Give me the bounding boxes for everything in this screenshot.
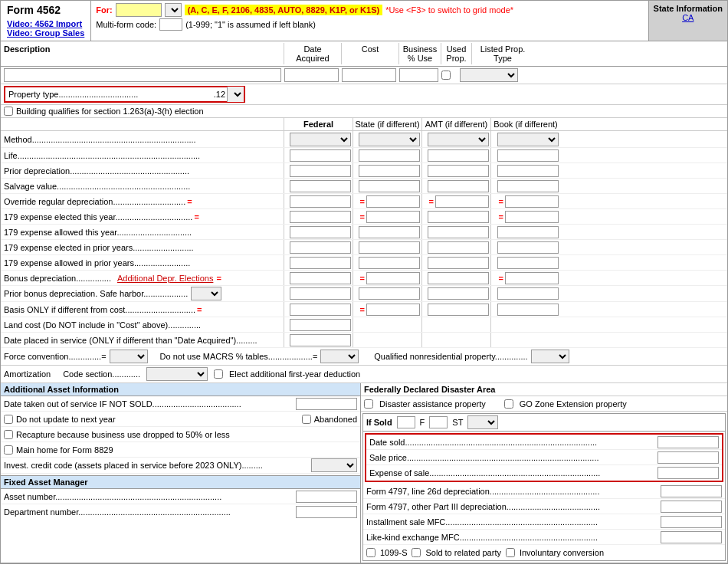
- date-sold-input[interactable]: [657, 436, 719, 448]
- 179-prior-state-input[interactable]: [359, 241, 420, 254]
- 179-allowed-federal-input[interactable]: [290, 226, 351, 238]
- for-input[interactable]: [116, 3, 162, 17]
- no-macrs-dropdown[interactable]: [320, 350, 359, 363]
- additional-depr-link[interactable]: Additional Depr. Elections: [117, 274, 213, 283]
- prior-bonus-dropdown[interactable]: [191, 287, 221, 300]
- method-amt-dropdown[interactable]: [428, 133, 489, 146]
- prior-depr-state-input[interactable]: [359, 165, 420, 177]
- salvage-book-input[interactable]: [497, 180, 559, 192]
- disaster-assistance-checkbox[interactable]: [364, 399, 373, 409]
- 179-elected-federal-input[interactable]: [290, 211, 351, 223]
- salvage-amt-input[interactable]: [428, 180, 489, 192]
- 179-elected-state-input[interactable]: [366, 211, 420, 223]
- override-book-input[interactable]: [505, 195, 559, 208]
- listed-prop-dropdown[interactable]: [460, 68, 518, 82]
- 179-allowed-prior-row: 179 expense allowed in prior years......…: [1, 255, 727, 271]
- if-sold-dropdown[interactable]: [467, 415, 498, 429]
- 179-allowed-prior-book-input[interactable]: [497, 257, 559, 269]
- cost-input[interactable]: [342, 68, 396, 82]
- prior-bonus-book-input[interactable]: [497, 287, 559, 300]
- bonus-amt-input[interactable]: [428, 272, 489, 284]
- 179-allowed-amt-input[interactable]: [428, 226, 489, 238]
- prior-depr-federal-input[interactable]: [290, 165, 351, 177]
- main-home-row: Main home for Form 8829: [1, 442, 360, 458]
- qualified-nonres-label: Qualified nonresidential property.......…: [374, 352, 527, 361]
- if-sold-f-input[interactable]: [397, 416, 415, 428]
- business-use-input[interactable]: [399, 68, 438, 82]
- method-federal-dropdown[interactable]: [290, 133, 351, 146]
- prior-bonus-state-input[interactable]: [359, 287, 420, 300]
- method-state-dropdown[interactable]: [359, 133, 420, 146]
- form4797-part3-label: Form 4797, other Part III depreciation..…: [366, 502, 661, 511]
- 179-allowed-state-input[interactable]: [359, 226, 420, 238]
- checkbox-sold-related[interactable]: [412, 548, 421, 557]
- department-input[interactable]: [296, 506, 357, 518]
- life-federal-input[interactable]: [290, 149, 351, 162]
- prior-bonus-federal-input[interactable]: [290, 287, 351, 300]
- 179-allowed-prior-amt-input[interactable]: [428, 257, 489, 269]
- life-state-input[interactable]: [359, 149, 420, 162]
- checkbox-1099s[interactable]: [366, 548, 375, 557]
- code-section-dropdown[interactable]: [146, 367, 208, 381]
- override-federal-input[interactable]: [290, 195, 351, 208]
- basis-federal-input[interactable]: [290, 304, 351, 316]
- force-conv-dropdown[interactable]: [110, 350, 148, 363]
- override-amt-input[interactable]: [435, 195, 489, 208]
- checkbox-involuntary[interactable]: [506, 548, 515, 557]
- basis-amt-input[interactable]: [428, 304, 489, 316]
- 179-prior-federal-input[interactable]: [290, 241, 351, 254]
- description-input[interactable]: [4, 68, 281, 82]
- installment-sale-input[interactable]: [661, 516, 722, 528]
- 179-allowed-book-input[interactable]: [497, 226, 559, 238]
- bonus-book-input[interactable]: [505, 272, 559, 284]
- link-group-sales[interactable]: Video: Group Sales: [7, 28, 84, 38]
- salvage-state-input[interactable]: [359, 180, 420, 192]
- like-kind-input[interactable]: [661, 531, 722, 543]
- date-taken-input[interactable]: [296, 398, 357, 410]
- main-home-checkbox[interactable]: [4, 445, 13, 455]
- form4797-26d-input[interactable]: [661, 485, 722, 497]
- sale-price-input[interactable]: [657, 451, 719, 464]
- life-amt-input[interactable]: [428, 149, 489, 162]
- method-book-dropdown[interactable]: [497, 133, 559, 146]
- link-4562-import[interactable]: Video: 4562 Import: [7, 19, 84, 28]
- date-acquired-input[interactable]: [284, 68, 339, 82]
- 179-allowed-prior-state-input[interactable]: [359, 257, 420, 269]
- land-cost-federal-input[interactable]: [290, 319, 351, 331]
- if-sold-f-label: F: [420, 418, 425, 427]
- recapture-checkbox[interactable]: [4, 430, 13, 439]
- date-placed-federal-input[interactable]: [290, 334, 351, 346]
- basis-book-input[interactable]: [497, 304, 559, 316]
- asset-number-input[interactable]: [296, 491, 357, 503]
- bonus-state-input[interactable]: [366, 272, 420, 284]
- prior-bonus-amt-input[interactable]: [428, 287, 489, 300]
- building-qualifies-checkbox[interactable]: [4, 107, 13, 116]
- prior-depr-book-input[interactable]: [497, 165, 559, 177]
- do-not-update-row: Do not update to next year Abandoned: [1, 412, 360, 427]
- multi-form-input[interactable]: [159, 18, 182, 31]
- qualified-nonres-dropdown[interactable]: [531, 350, 569, 363]
- do-not-update-checkbox[interactable]: [4, 415, 13, 424]
- 179-prior-book-input[interactable]: [497, 241, 559, 254]
- prior-depr-amt-input[interactable]: [428, 165, 489, 177]
- salvage-federal-input[interactable]: [290, 180, 351, 192]
- life-book-input[interactable]: [497, 149, 559, 162]
- abandoned-checkbox[interactable]: [302, 415, 311, 424]
- 179-elected-amt-input[interactable]: [428, 211, 489, 223]
- elect-first-year-checkbox[interactable]: [214, 369, 223, 379]
- property-type-dropdown[interactable]: [227, 87, 244, 102]
- basis-state-input[interactable]: [366, 304, 420, 316]
- bonus-federal-input[interactable]: [290, 272, 351, 284]
- if-sold-st-input[interactable]: [429, 416, 448, 428]
- for-dropdown[interactable]: [165, 3, 182, 17]
- form4797-part3-input[interactable]: [661, 501, 722, 513]
- state-info-state[interactable]: CA: [654, 13, 723, 22]
- expense-of-sale-input[interactable]: [657, 467, 719, 479]
- go-zone-checkbox[interactable]: [504, 399, 513, 409]
- 179-allowed-prior-federal-input[interactable]: [290, 257, 351, 269]
- invest-credit-dropdown[interactable]: [311, 458, 357, 472]
- override-state-input[interactable]: [366, 195, 420, 208]
- 179-prior-amt-input[interactable]: [428, 241, 489, 254]
- 179-elected-book-input[interactable]: [505, 211, 559, 223]
- used-prop-checkbox[interactable]: [441, 71, 451, 80]
